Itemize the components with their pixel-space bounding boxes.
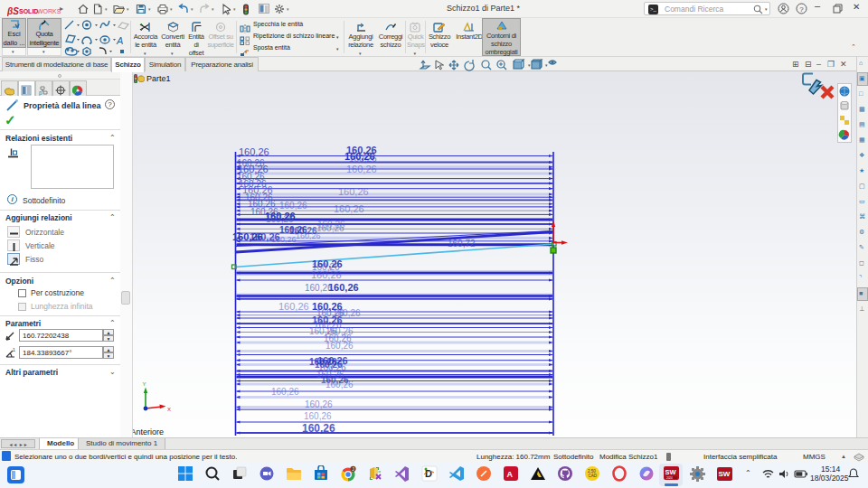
svg-text:A: A — [507, 470, 514, 479]
svg-text:160,26: 160,26 — [311, 269, 342, 280]
svg-text:SW: SW — [719, 470, 731, 478]
svg-text:160,26: 160,26 — [328, 282, 359, 293]
svg-text:?: ? — [799, 5, 804, 14]
svg-text:160,26: 160,26 — [334, 203, 364, 214]
svg-text:160,26: 160,26 — [271, 387, 299, 397]
svg-text:160,26: 160,26 — [289, 226, 317, 236]
svg-text:160,26: 160,26 — [250, 231, 280, 242]
svg-text:160,26: 160,26 — [266, 214, 294, 224]
svg-text:SW: SW — [665, 468, 677, 476]
svg-text:160,26: 160,26 — [317, 220, 345, 230]
svg-text:160,72: 160,72 — [448, 239, 476, 249]
svg-text:160,26: 160,26 — [338, 186, 369, 197]
svg-text:WORKS: WORKS — [37, 8, 61, 14]
svg-text:160,26: 160,26 — [304, 411, 332, 421]
svg-text:Y: Y — [143, 381, 146, 387]
svg-text:160,26: 160,26 — [326, 380, 354, 389]
svg-text:160,26: 160,26 — [239, 146, 269, 157]
svg-text:160,26: 160,26 — [346, 164, 377, 174]
svg-text:160,26: 160,26 — [278, 301, 309, 312]
svg-text:X: X — [167, 407, 171, 412]
svg-text:160,26: 160,26 — [305, 283, 333, 293]
svg-text:2024: 2024 — [666, 476, 673, 480]
svg-text:1: 1 — [13, 347, 15, 352]
svg-text:160,26: 160,26 — [302, 422, 335, 435]
svg-text:160,26: 160,26 — [349, 154, 377, 164]
svg-text:SOLID: SOLID — [19, 8, 38, 14]
svg-text:A: A — [116, 35, 123, 46]
svg-text:*Anteriore: *Anteriore — [133, 427, 164, 436]
svg-text:β: β — [39, 90, 42, 96]
svg-text:160,26: 160,26 — [279, 201, 307, 211]
svg-text:160,26: 160,26 — [326, 341, 354, 351]
svg-text:CAD: CAD — [589, 474, 598, 478]
svg-text:160,26: 160,26 — [305, 399, 333, 409]
svg-text:βS: βS — [7, 6, 19, 16]
